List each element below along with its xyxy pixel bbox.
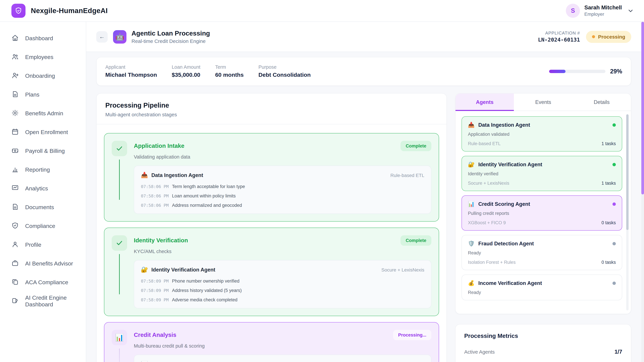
processing-pipeline-card: Processing Pipeline Multi-agent orchestr… [96,93,447,362]
summary-field-value: Michael Thompson [105,72,157,78]
brand-name: Nexgile-HumanEdgeAI [31,7,108,15]
sidebar-item-documents[interactable]: Documents [0,198,86,217]
stage-header-row: Application IntakeComplete [134,141,431,151]
page-scrollbar[interactable] [641,22,644,362]
agent-card[interactable]: 🔐Identity Verification AgentIdentity ver… [462,156,622,191]
agent-card-status: Identity verified [468,171,616,176]
stage-name: Application Intake [134,142,184,149]
stage-header-row: Credit AnalysisProcessing... [134,330,431,340]
agent-card[interactable]: 🛡️Fraud Detection AgentReadyIsolation Fo… [462,235,622,270]
sidebar-item-label: Analytics [25,185,48,192]
sidebar-item-aca-compliance[interactable]: ACA Compliance [0,273,86,292]
agents-list-scrollbar-thumb[interactable] [626,114,628,230]
stage-check-icon [112,141,127,156]
agent-card-name: Data Ingestion Agent [478,122,530,128]
sidebar-item-open-enrollment[interactable]: Open Enrollment [0,123,86,142]
file-text-icon [12,90,19,99]
summary-field: PurposeDebt Consolidation [258,64,311,78]
agent-card[interactable]: 📥Data Ingestion AgentApplication validat… [462,116,622,151]
agent-card[interactable]: 📊Credit Scoring AgentPulling credit repo… [462,195,622,231]
agent-card-status: Application validated [468,132,616,137]
sidebar-item-label: Employees [25,54,53,61]
sidebar-item-ai-benefits-advisor[interactable]: AI Benefits Advisor [0,254,86,273]
metric-value: 1/7 [614,349,622,355]
user-avatar[interactable]: S [566,4,580,18]
sidebar-item-label: Compliance [25,223,55,230]
top-header: Nexgile-HumanEdgeAI S Sarah Mitchell Emp… [0,0,644,22]
agents-list-scrollbar[interactable] [626,114,628,310]
agents-list: 📥Data Ingestion AgentApplication validat… [456,111,631,314]
loan-summary-fields: ApplicantMichael ThompsonLoan Amount$35,… [105,64,326,78]
page-header: ← 🤖 Agentic Loan Processing Real-time Cr… [86,22,644,52]
log-timestamp: 07:58:06 PM [141,193,169,198]
stage-subtitle: Validating application data [134,154,431,160]
sidebar-item-label: AI Benefits Advisor [25,260,73,267]
metric-row: Active Agents1/7 [464,349,622,355]
summary-field-label: Term [215,64,244,70]
agent-card-tasks: 0 tasks [602,220,616,225]
agent-card[interactable]: 💰Income Verification AgentReady [462,275,622,300]
back-button[interactable]: ← [96,31,108,42]
agent-log-row: 07:58:09 PMAddress history validated (5 … [141,288,424,293]
sidebar-item-analytics[interactable]: Analytics [0,179,86,198]
agent-card-header: 🔐Identity Verification Agent [468,161,616,168]
agent-status-dot-icon [612,242,616,245]
agent-card-status: Ready [468,250,616,255]
tab-events[interactable]: Events [514,93,572,111]
pipeline-stages: Application IntakeCompleteValidating app… [96,124,446,362]
app-root: Nexgile-HumanEdgeAI S Sarah Mitchell Emp… [0,0,644,362]
agent-card-status: Pulling credit reports [468,211,616,216]
bar-chart-icon [12,166,19,174]
stage-header-row: Identity VerificationComplete [134,235,431,246]
agent-status-dot-icon [612,123,616,126]
agents-panel-card: AgentsEventsDetails 📥Data Ingestion Agen… [455,93,631,314]
tab-details[interactable]: Details [572,93,631,111]
sidebar-item-compliance[interactable]: Compliance [0,217,86,236]
sidebar-item-employees[interactable]: Employees [0,48,86,67]
sidebar-item-profile[interactable]: Profile [0,236,86,254]
sidebar-item-plans[interactable]: Plans [0,85,86,104]
summary-field-label: Applicant [105,64,157,70]
agent-card-model: XGBoost + FICO 9 [468,220,506,225]
brand-logo-shield-check-icon [12,4,26,18]
agent-log-rows: 07:58:09 PMPhone number ownership verifi… [141,279,424,302]
file-text-icon [12,203,19,212]
cash-icon [12,147,19,156]
sidebar-item-onboarding[interactable]: Onboarding [0,67,86,85]
page-scrollbar-thumb[interactable] [641,22,644,194]
application-number-value: LN-2024-60131 [538,36,580,43]
stage-connector-line [119,349,120,362]
sidebar-nav: DashboardEmployeesOnboardingPlansBenefit… [0,22,86,362]
progress-percent: 29% [610,68,622,75]
agent-card-name: Identity Verification Agent [478,161,542,167]
stage-connector-line [119,160,120,200]
sidebar-item-dashboard[interactable]: Dashboard [0,29,86,48]
tab-agents[interactable]: Agents [456,93,514,111]
log-timestamp: 07:58:06 PM [141,184,169,189]
sidebar-item-reporting[interactable]: Reporting [0,161,86,179]
agent-card-tasks: 1 tasks [602,181,616,186]
stage-check-icon [112,235,127,251]
summary-field: ApplicantMichael Thompson [105,64,157,78]
log-message: Address normalized and geocoded [172,203,242,208]
chevron-down-icon[interactable] [627,7,634,14]
sidebar-item-payroll-billing[interactable]: Payroll & Billing [0,142,86,161]
agent-emoji-icon: 🔐 [468,161,474,168]
agent-name: Data Ingestion Agent [151,172,203,178]
agent-log-header: 📊Credit Scoring AgentXGBoost + FICO 9 [141,361,424,362]
agent-log-row: 07:58:06 PMTerm length acceptable for lo… [141,184,424,189]
sidebar-item-benefits-admin[interactable]: Benefits Admin [0,104,86,123]
stage-subtitle: Multi-bureau credit pull & scoring [134,343,431,349]
user-icon [12,241,19,249]
agent-card-header: 📥Data Ingestion Agent [468,122,616,128]
sidebar-item-label: Documents [25,204,54,211]
agent-emoji-icon: 📊 [141,361,148,362]
agent-card-tasks: 0 tasks [602,260,616,265]
stage-chart-icon: 📊 [112,330,127,345]
agent-emoji-icon: 🛡️ [468,240,474,247]
loan-summary-card: ApplicantMichael ThompsonLoan Amount$35,… [96,57,631,86]
sidebar-item-ai-credit-engine-dashboard[interactable]: AI Credit Engine Dashboard [0,292,86,311]
agent-emoji-icon: 📊 [468,201,474,207]
agent-log-header: 🔐Identity Verification AgentSocure + Lex… [141,266,424,273]
sidebar-item-label: Open Enrollment [25,129,68,136]
